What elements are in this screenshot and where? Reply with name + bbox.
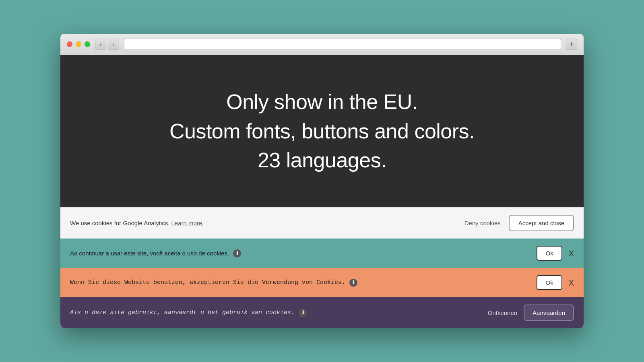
hero-line2: Custom fonts, buttons and colors.: [169, 119, 475, 143]
back-button[interactable]: ‹: [95, 39, 106, 50]
fullscreen-window-button[interactable]: [85, 41, 90, 47]
address-bar[interactable]: [124, 39, 561, 50]
deny-cookies-button[interactable]: Deny cookies: [464, 220, 501, 226]
portuguese-message-text: Ao continuar a usar este site, você acei…: [70, 250, 229, 257]
accept-button-dutch[interactable]: Aanvaarden: [524, 304, 574, 321]
cookie-text-before-link: We use cookies for Google Analytics.: [70, 220, 171, 226]
cookie-actions-english: Deny cookies Accept and close: [464, 215, 574, 231]
hero-text: Only show in the EU. Custom fonts, butto…: [76, 87, 568, 175]
cookie-banner-portuguese: Ao continuar a usar este site, você acei…: [60, 239, 584, 268]
close-window-button[interactable]: [67, 41, 72, 47]
browser-chrome: ‹ › +: [60, 34, 584, 55]
close-button-portuguese[interactable]: X: [569, 249, 574, 257]
cookie-banner-dutch: Als u deze site gebruikt, aanvaardt u he…: [60, 297, 584, 328]
close-button-german[interactable]: X: [569, 279, 574, 287]
deny-button-dutch[interactable]: Ontkennen: [488, 309, 517, 316]
browser-window: ‹ › + Only show in the EU. Custom fonts,…: [60, 34, 584, 328]
nav-buttons: ‹ ›: [95, 39, 119, 50]
traffic-lights: [67, 41, 90, 47]
cookie-message-english: We use cookies for Google Analytics. Lea…: [70, 220, 204, 226]
dutch-message-text: Als u deze site gebruikt, aanvaardt u he…: [70, 309, 295, 316]
info-icon-german[interactable]: ℹ: [349, 279, 357, 287]
info-icon-portuguese[interactable]: ℹ: [233, 249, 241, 257]
cookie-message-portuguese: Ao continuar a usar este site, você acei…: [70, 249, 241, 257]
info-icon-dutch[interactable]: ℹ: [299, 309, 307, 317]
cookie-actions-german: Ok X: [537, 275, 574, 290]
learn-more-link[interactable]: Learn more.: [171, 220, 204, 226]
browser-content: Only show in the EU. Custom fonts, butto…: [60, 55, 584, 328]
new-tab-button[interactable]: +: [566, 39, 577, 50]
hero-line3: 23 languages.: [258, 148, 386, 172]
cookie-message-dutch: Als u deze site gebruikt, aanvaardt u he…: [70, 309, 307, 317]
german-message-text: Wenn Sie diese Website benutzen, akzepti…: [70, 279, 345, 286]
forward-button[interactable]: ›: [108, 39, 119, 50]
minimize-window-button[interactable]: [76, 41, 81, 47]
accept-and-close-button[interactable]: Accept and close: [509, 215, 574, 231]
cookie-message-german: Wenn Sie diese Website benutzen, akzepti…: [70, 279, 357, 287]
hero-section: Only show in the EU. Custom fonts, butto…: [60, 55, 584, 207]
cookie-banner-english: We use cookies for Google Analytics. Lea…: [60, 207, 584, 239]
cookie-actions-dutch: Ontkennen Aanvaarden: [488, 304, 574, 321]
cookie-actions-portuguese: Ok X: [537, 246, 574, 261]
cookie-banner-german: Wenn Sie diese Website benutzen, akzepti…: [60, 268, 584, 297]
ok-button-portuguese[interactable]: Ok: [537, 246, 562, 261]
hero-line1: Only show in the EU.: [226, 90, 418, 113]
ok-button-german[interactable]: Ok: [537, 275, 562, 290]
